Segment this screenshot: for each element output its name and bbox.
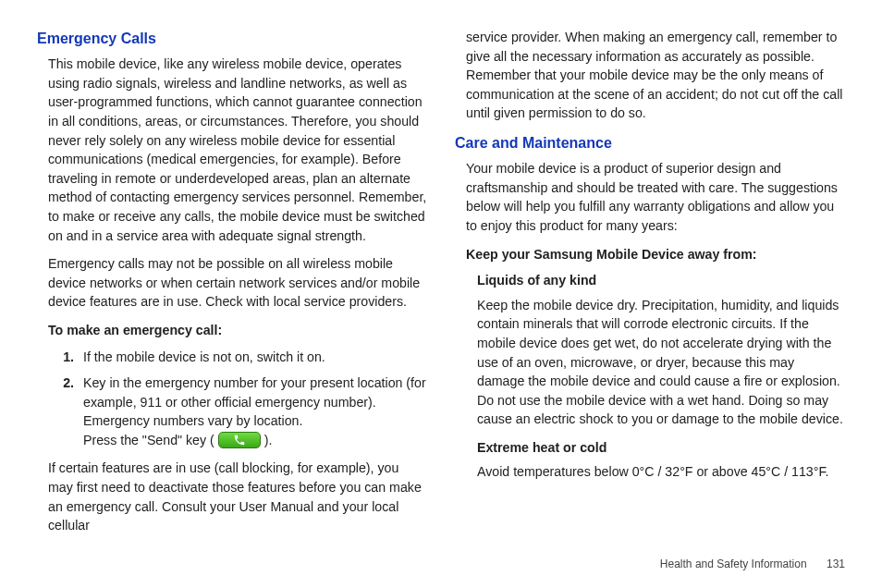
left-column: Emergency Calls This mobile device, like… [37, 28, 427, 545]
text-before-key: Press the "Send" key ( [83, 433, 218, 447]
subheading-liquids: Liquids of any kind [477, 271, 845, 290]
list-item: If the mobile device is not on, switch i… [78, 348, 427, 367]
step-send-key-line: Press the "Send" key ( ). [83, 431, 427, 450]
page-number: 131 [827, 557, 845, 570]
subheading-to-make-emergency-call: To make an emergency call: [48, 321, 427, 340]
subheading-keep-away-from: Keep your Samsung Mobile Device away fro… [466, 245, 845, 264]
step-text: Key in the emergency number for your pre… [83, 374, 427, 431]
heading-care-maintenance: Care and Maintenance [455, 132, 845, 153]
paragraph: If certain features are in use (call blo… [48, 459, 427, 534]
subheading-heat-cold: Extreme heat or cold [477, 438, 845, 458]
paragraph: Keep the mobile device dry. Precipitatio… [477, 296, 845, 429]
paragraph: This mobile device, like any wireless mo… [48, 55, 427, 245]
send-key-icon [218, 432, 261, 448]
right-column: service provider. When making an emergen… [455, 28, 845, 545]
paragraph-continuation: service provider. When making an emergen… [466, 28, 845, 123]
ordered-list: If the mobile device is not on, switch i… [78, 348, 427, 450]
text-after-key: ). [261, 433, 273, 447]
paragraph: Your mobile device is a product of super… [466, 159, 845, 235]
page-columns: Emergency Calls This mobile device, like… [37, 28, 845, 545]
list-item: Key in the emergency number for your pre… [78, 374, 427, 449]
heading-emergency-calls: Emergency Calls [37, 28, 427, 49]
footer-label: Health and Safety Information [660, 557, 807, 570]
paragraph: Avoid temperatures below 0°C / 32°F or a… [477, 462, 845, 482]
paragraph: Emergency calls may not be possible on a… [48, 254, 427, 312]
page-footer: Health and Safety Information 131 [37, 557, 845, 572]
